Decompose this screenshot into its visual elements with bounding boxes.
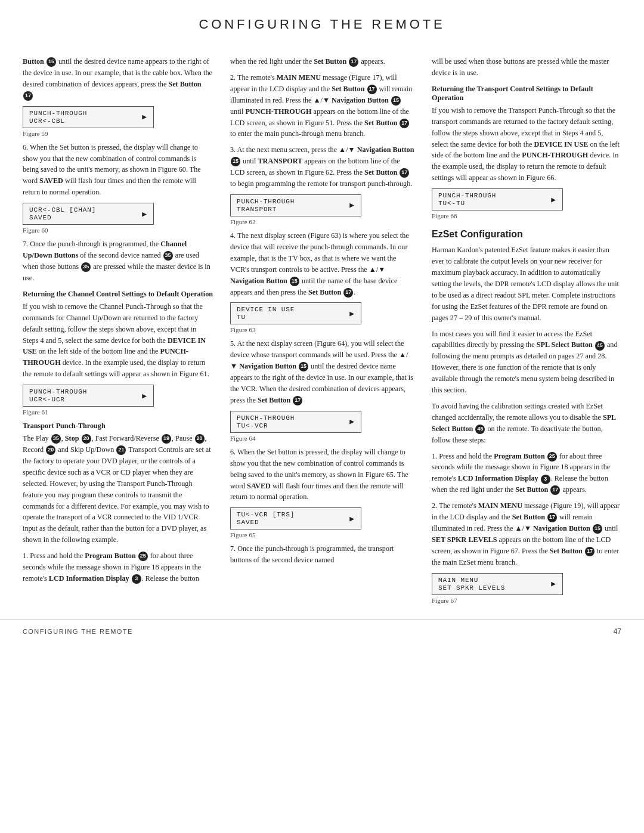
page-footer: CONFIGURING THE REMOTE 47 <box>0 620 644 642</box>
ez-set-btn2-icon: 17 <box>547 513 557 522</box>
play-btn-icon: 35 <box>51 434 61 444</box>
prog-btn-icon: 25 <box>138 552 148 561</box>
fig67-line1: MAIN MENU <box>438 577 505 584</box>
set-btn2-mid-icon: 17 <box>367 85 377 94</box>
fig65-line2: SAVED <box>237 519 295 526</box>
fig65-lcd: TU<-VCR [TRS] SAVED ▶ <box>230 507 361 529</box>
fig60-lcd: UCR<-CBL [CHAN] SAVED ▶ <box>23 203 154 225</box>
page-header: CONFIGURING THE REMOTE <box>0 0 644 43</box>
fig67-lcd: MAIN MENU SET SPKR LEVELS ▶ <box>432 573 563 595</box>
spl-btn-icon: 45 <box>595 341 605 351</box>
ez-step2-para: 2. The remote's MAIN MENU message (Figur… <box>432 500 621 568</box>
ez-step1-para: 1. Press and hold the Program Button 25 … <box>432 451 621 496</box>
fig64-label: Figure 64 <box>230 435 415 442</box>
fig61-label: Figure 61 <box>23 408 213 416</box>
fig67-line2: SET SPKR LEVELS <box>438 584 505 592</box>
fig64-lcd: PUNCH-THROUGH TU<-VCR ▶ <box>230 411 361 433</box>
lcd-arrow-icon2: ▶ <box>142 209 147 219</box>
nav-btn3-mid-icon: 15 <box>231 157 240 166</box>
ez-prog-btn-icon: 25 <box>547 452 557 462</box>
ezset-para2: In most cases you will find it easier to… <box>432 329 621 396</box>
transport-para: The Play 35, Stop 20, Fast Forward/Rever… <box>23 433 213 546</box>
step7-para-left: 7. Once the punch-through is programmed,… <box>23 239 213 284</box>
lcd-arrow-icon3: ▶ <box>142 391 147 401</box>
fig67-label: Figure 67 <box>432 597 621 604</box>
step7-cont-right: will be used when those buttons are pres… <box>432 56 621 79</box>
fig63-line2: TU <box>237 314 295 321</box>
fig63-label: Figure 63 <box>230 326 415 333</box>
fig65-line1: TU<-VCR [TRS] <box>237 511 295 518</box>
fig60-label: Figure 60 <box>23 227 213 234</box>
fig65-label: Figure 65 <box>230 531 415 538</box>
fig62-line1: PUNCH-THROUGH <box>237 198 295 205</box>
set-btn4-mid-icon: 17 <box>400 168 409 178</box>
set-btn5-mid-icon: 17 <box>343 288 353 298</box>
fig59-line2: UCR<-CBL <box>29 117 87 125</box>
fig59-lcd: PUNCH-THROUGH UCR<-CBL ▶ <box>23 106 154 128</box>
set-btn3-mid-icon: 17 <box>400 119 409 128</box>
col-left: Button 15 until the desired device name … <box>23 56 213 609</box>
footer-page: 47 <box>614 627 621 636</box>
btn35-icon: 35 <box>163 251 173 261</box>
info-btn-icon: 3 <box>132 574 141 584</box>
btn17-icon: 17 <box>23 91 33 101</box>
skip-btn-icon: 21 <box>116 445 126 455</box>
step3-para-mid: 3. At the next menu screen, press the ▲/… <box>230 144 415 190</box>
returning-channel-heading: Returning the Channel Control Settings t… <box>23 290 213 299</box>
col-mid: when the red light under the Set Button … <box>230 56 415 609</box>
nav-btn5-mid-icon: 15 <box>299 362 308 371</box>
set-btn6-mid-icon: 17 <box>293 396 302 405</box>
step5-para-mid: 5. At the next display screen (Figure 64… <box>230 338 415 405</box>
ez-info-btn-icon: 3 <box>541 475 550 484</box>
page-wrapper: CONFIGURING THE REMOTE Button 15 until t… <box>0 0 644 642</box>
set-btn-mid-icon: 17 <box>349 57 358 67</box>
fig61-lcd: PUNCH-THROUGH UCR<-UCR ▶ <box>23 385 154 407</box>
fig64-line2: TU<-VCR <box>237 422 295 429</box>
header-title: CONFIGURING THE REMOTE <box>199 17 445 32</box>
fig59-label: Figure 59 <box>23 130 213 137</box>
fig60-line2: SAVED <box>29 214 96 221</box>
fig66-label: Figure 66 <box>432 212 621 219</box>
tp-step1-para: 1. Press and hold the Program Button 25 … <box>23 550 213 584</box>
nav-btn2-mid-icon: 15 <box>391 96 401 106</box>
footer-left: CONFIGURING THE REMOTE <box>23 628 133 635</box>
returning-transport-heading: Returning the Transport Control Settings… <box>432 85 621 103</box>
step1-cont: when the red light under the Set Button … <box>230 56 415 67</box>
spl-btn2-icon: 45 <box>475 425 485 434</box>
step7-para-mid: 7. Once the punch-through is programmed,… <box>230 543 415 566</box>
fig60-line1: UCR<-CBL [CHAN] <box>29 206 96 213</box>
record-btn-icon: 20 <box>46 445 55 455</box>
fig59-line1: PUNCH-THROUGH <box>29 110 87 117</box>
col-right: will be used when those buttons are pres… <box>432 56 621 609</box>
nav-btn4-mid-icon: 15 <box>290 277 299 286</box>
ezset-para1: Harman Kardon's patented EzSet feature m… <box>432 244 621 323</box>
fwd-btn-icon: 19 <box>162 434 171 444</box>
fig61-line2: UCR<-UCR <box>29 396 87 403</box>
ez-nav-btn-icon: 15 <box>593 524 602 534</box>
pause-btn-icon: 20 <box>195 434 205 444</box>
step6-para-left: 6. When the Set button is pressed, the d… <box>23 142 213 199</box>
btn15-icon: 15 <box>47 57 56 67</box>
fig64-line1: PUNCH-THROUGH <box>237 414 295 422</box>
returning-transport-para: If you wish to remove the Transport Punc… <box>432 105 621 184</box>
lcd-arrow-icon6: ▶ <box>349 417 355 426</box>
fig62-label: Figure 62 <box>230 218 415 225</box>
lcd-arrow-icon9: ▶ <box>551 579 556 589</box>
lcd-arrow-icon7: ▶ <box>349 514 355 524</box>
ezset-para3: To avoid having the calibration settings… <box>432 401 621 446</box>
fig66-line2: TU<-TU <box>438 200 496 207</box>
ezset-title: EzSet Configuration <box>432 229 621 240</box>
step4-para-mid: 4. The next display screen (Figure 63) i… <box>230 230 415 298</box>
btn35b-icon: 35 <box>81 262 91 272</box>
transport-heading: Transport Punch-Through <box>23 422 213 431</box>
fig63-lcd: DEVICE IN USE TU ▶ <box>230 302 361 324</box>
step6-para-mid: 6. When the Set button is pressed, the d… <box>230 447 415 503</box>
ez-set-btn-icon: 17 <box>550 485 560 495</box>
fig66-line1: PUNCH-THROUGH <box>438 192 496 199</box>
fig66-lcd: PUNCH-THROUGH TU<-TU ▶ <box>432 188 563 210</box>
lcd-arrow-icon4: ▶ <box>349 200 355 210</box>
lcd-arrow-icon8: ▶ <box>551 195 556 205</box>
intro-para: Button 15 until the desired device name … <box>23 56 213 101</box>
stop-btn-icon: 20 <box>82 434 91 444</box>
ez-set-btn3-icon: 17 <box>585 547 595 556</box>
